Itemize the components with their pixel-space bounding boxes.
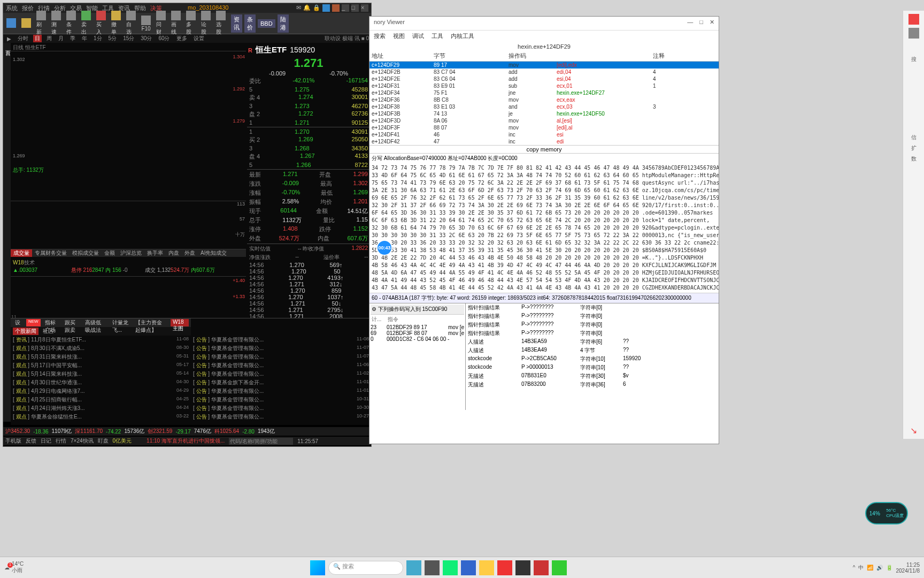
timeframe-tab[interactable]: 周 [45,35,53,42]
start-button[interactable] [310,560,325,575]
disasm-row[interactable]: e+124DF3F88 07mov[edi],al [369,124,719,131]
news-tab[interactable]: 计量龙飞... [110,319,131,326]
news-item[interactable]: [ 观点 ] 5月17日中国平安幅...05-17 [11,361,191,370]
toolbar-btn[interactable]: 买入 [94,10,108,36]
price-chart[interactable]: 1.3021.2691.3041.2921.279 总手: 1132万 [11,51,246,201]
toolbar-btn[interactable]: 刷新 [34,10,48,36]
news-tab[interactable]: 【主力资金起爆点】 [133,319,168,326]
news-item[interactable]: [ 观点 ] 4月29日电魂网络涨7...04-29 [11,387,191,396]
weather-widget[interactable]: ☁1 14°C小雨 [4,561,24,574]
news-tab[interactable]: 跟买跟卖 [63,319,81,326]
disasm-row[interactable]: e+124DF3D8A 06moval,[esi] [369,117,719,124]
btn-zixun[interactable] [322,4,330,12]
dbg-menu-item[interactable]: 调试 [412,32,424,41]
news-item[interactable]: [ 观点 ] 4月24日湖州炜天涨3...04-24 [11,404,191,413]
vol-tab[interactable]: 模拟成交量 [70,249,102,257]
tab-premium[interactable]: 溢价率 [324,254,340,261]
tab-community[interactable]: 社区 [41,328,56,335]
maximize-icon[interactable]: □ [699,19,703,28]
news-tab[interactable]: NEW [26,319,41,326]
disasm-row[interactable]: e+124DF3883 E1 03andecx,033 [369,103,719,110]
taskbar-search[interactable]: 🔍 搜索 [328,561,403,575]
side-info[interactable]: 信 [911,134,917,141]
addr-list-row[interactable]: 无描述07B831E0字符串[30]$v [466,372,719,381]
hex-dump[interactable]: 34 72 73 74 75 76 77 78 79 7A 7B 7C 7D 7… [369,163,719,293]
toolbar-box[interactable]: 条价 [244,14,256,33]
toolbar-btn[interactable] [19,18,33,29]
explorer-icon[interactable] [479,560,494,575]
disasm-row[interactable]: e+124DF4146incesi [369,131,719,138]
maximize-icon[interactable]: □ [351,4,359,12]
app-icon-2[interactable] [461,560,476,575]
vol-tab[interactable]: 金额 [102,249,118,257]
news-item[interactable]: [ 观点 ] 5月14日聚来科技涨...05-14 [11,370,191,378]
minimize-icon[interactable]: _ [342,4,349,12]
bottom-link[interactable]: 盯盘 [98,437,109,445]
disasm-row[interactable]: e+124DF3183 E9 01subecx,011 [369,82,719,89]
toolbar-btn[interactable]: 测速 [49,10,63,36]
disasm-row[interactable]: e+124DF2B83 C7 04addedi,044 [369,69,719,75]
app-icon-3[interactable] [515,560,530,575]
timeframe-tab[interactable]: 60分 [157,35,171,42]
news-item[interactable]: [ 观点 ] 5月31日聚来科技涨...05-31 [11,353,191,361]
vol-tab[interactable]: 沪深总览 [118,249,144,257]
bottom-link[interactable]: 反馈 [26,437,36,445]
edge-icon[interactable] [443,560,458,575]
vol-tab[interactable]: 内盘 [166,249,182,257]
vol-tab[interactable]: AI先知成交 [198,249,229,257]
btn-weituo[interactable] [332,4,340,12]
disasm-row[interactable]: c+124DF2989 17mov[edi],edx [369,62,719,69]
toolbar-btn[interactable]: 自选 [124,10,138,36]
tray-wifi-icon[interactable]: 📶 [867,565,873,571]
dbg-menu-item[interactable]: 搜索 [374,32,386,41]
addr-list-row[interactable]: 无描述07B83200字符串[36]6 [466,381,719,389]
timeframe-tab[interactable]: 设置 [192,35,206,42]
vol-tab[interactable]: 换手率 [144,249,166,257]
bottom-link[interactable]: 日记 [41,437,51,445]
disasm-row[interactable]: e+124DF368B C8movecx,eax [369,96,719,103]
app-icon-1[interactable] [425,560,440,575]
timeframe-tab[interactable]: 5分 [107,35,119,42]
news-item[interactable]: [ 公告 ] 华夏基金旗下基金开...11-01 [191,378,371,387]
menu-item[interactable]: 报价 [22,4,34,12]
timeframe-tab[interactable]: 日 [33,35,42,42]
disasm-row[interactable]: e+124DF4247incedi [369,138,719,145]
timeframe-tab[interactable]: 分时 [16,35,30,42]
timeframe-tab[interactable]: ▶ [5,36,13,42]
tray-volume-icon[interactable]: 🔊 [876,565,883,571]
bottom-link[interactable]: 7×24快讯 [71,437,94,445]
news-item[interactable]: [ 资讯 ] 11月8日华夏恒生ETF...11-08 [11,336,191,344]
addr-list-row[interactable]: 指针扫描结果P->????????字符串[0] [466,329,719,338]
wechat-icon[interactable] [552,560,567,575]
bottom-link[interactable]: 行情 [56,437,66,445]
taskview-icon[interactable] [406,560,421,575]
news-item[interactable]: [ 公告 ] 华夏基金管理有限公...10-30 [191,404,371,413]
toolbar-btn[interactable]: 论股 [199,10,213,36]
news-tab[interactable]: 设置 [13,319,24,326]
leftnav-item[interactable]: 首页 [4,45,11,420]
tray-chevron-icon[interactable]: ^ [853,565,856,571]
lock-icon[interactable]: 🔒 [313,4,320,12]
toolbar-btn[interactable]: 画线 [169,10,183,36]
toolbar-btn[interactable]: 选股 [214,10,228,36]
app-icon-4[interactable] [534,560,549,575]
addr-list-row[interactable]: 人描述14B3EA59字符串[6]?? [466,338,719,346]
gear-icon[interactable]: ⚙ [372,306,376,312]
news-item[interactable]: [ 观点 ] 8月30日不满X,成渝5...08-30 [11,344,191,353]
news-item[interactable]: [ 公告 ] 华夏基金管理有限公...11-07 [191,344,371,353]
dbg-menu-item[interactable]: 内核工具 [451,32,474,41]
disasm-row[interactable]: e+124DF3B74 13jehexin.exe+124DF50 [369,110,719,117]
timeframe-tab[interactable]: 年 [80,35,89,42]
news-item[interactable]: [ 公告 ] 华夏基金管理有限公...11-08 [191,336,371,344]
toolbar-btn[interactable]: 问财 [154,10,168,36]
mail-icon[interactable]: ✉ [296,4,301,12]
toolbar-box[interactable]: BBD [258,19,275,28]
tab-navchg[interactable]: 净值涨跌 [249,254,271,261]
disasm-row[interactable]: e+124DF2E83 C6 04addesi,044 [369,75,719,82]
toolbar-box[interactable]: 陆港 [278,14,289,33]
toolbar-btn[interactable]: 卖出 [79,10,93,36]
news-item[interactable]: [ 公告 ] 华夏基金管理有限公...11-06 [191,361,371,370]
volume-chart[interactable]: 11357十万 [11,201,246,249]
close-icon[interactable]: ✕ [710,19,714,28]
news-tab[interactable]: 高级低吸战法 [83,319,108,326]
